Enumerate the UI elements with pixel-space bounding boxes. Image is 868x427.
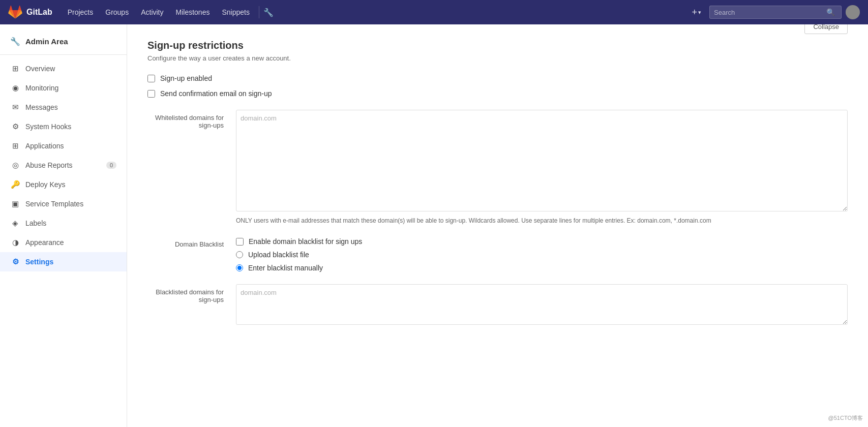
send-confirmation-text: Send confirmation email on sign-up — [160, 89, 272, 98]
sidebar-title: Admin Area — [25, 37, 68, 46]
monitoring-icon: ◉ — [10, 83, 20, 93]
search-button[interactable]: 🔍 — [824, 8, 837, 16]
nav-milestones[interactable]: Milestones — [171, 5, 215, 19]
enter-manually-radio[interactable] — [236, 264, 243, 271]
sidebar-item-label: Monitoring — [25, 84, 58, 92]
sidebar-item-label: Abuse Reports — [25, 161, 73, 169]
settings-icon: ⚙ — [10, 257, 20, 266]
signup-checkboxes: Sign-up enabled Send confirmation email … — [147, 74, 848, 98]
whitelisted-textarea[interactable] — [236, 110, 848, 211]
abuse-reports-badge: 0 — [106, 162, 116, 169]
nav-activity[interactable]: Activity — [136, 5, 168, 19]
send-confirmation-checkbox[interactable] — [147, 90, 155, 98]
blacklisted-domains-field: Blacklisted domains for sign-ups — [147, 284, 848, 325]
sidebar-item-label: Messages — [25, 103, 58, 111]
whitelisted-domains-field: Whitelisted domains for sign-ups ONLY us… — [147, 110, 848, 225]
watermark: @51CTO博客 — [828, 414, 863, 422]
domain-blacklist-section: Domain Blacklist Enable domain blacklist… — [147, 237, 848, 272]
sidebar-item-messages[interactable]: ✉ Messages — [0, 98, 127, 117]
upload-file-text: Upload blacklist file — [248, 251, 309, 259]
sidebar-item-label: Labels — [25, 219, 46, 227]
navbar: GitLab Projects Groups Activity Mileston… — [0, 0, 868, 24]
sidebar-item-overview[interactable]: ⊞ Overview — [0, 59, 127, 78]
sidebar-item-applications[interactable]: ⊞ Applications — [0, 136, 127, 156]
send-confirmation-label[interactable]: Send confirmation email on sign-up — [147, 89, 848, 98]
appearance-icon: ◑ — [10, 238, 20, 247]
whitelisted-hint: ONLY users with e-mail addresses that ma… — [236, 216, 848, 225]
search-input[interactable] — [714, 9, 824, 16]
overview-icon: ⊞ — [10, 64, 20, 73]
enable-blacklist-checkbox[interactable] — [236, 238, 244, 246]
blacklisted-label-text: Blacklisted domains for sign-ups — [147, 284, 224, 303]
nav-divider — [259, 6, 259, 18]
sidebar-item-monitoring[interactable]: ◉ Monitoring — [0, 78, 127, 98]
abuse-reports-icon: ◎ — [10, 161, 20, 170]
upload-file-label[interactable]: Upload blacklist file — [236, 251, 362, 259]
navbar-search[interactable]: 🔍 — [709, 6, 842, 19]
sidebar-item-label: Settings — [25, 258, 53, 266]
brand-name: GitLab — [26, 8, 52, 17]
applications-icon: ⊞ — [10, 141, 20, 150]
section-description: Configure the way a user creates a new a… — [147, 54, 848, 62]
labels-icon: ◈ — [10, 219, 20, 228]
sidebar-item-abuse-reports[interactable]: ◎ Abuse Reports 0 — [0, 156, 127, 175]
navbar-right: + ▾ 🔍 — [687, 5, 860, 20]
nav-projects[interactable]: Projects — [63, 5, 99, 19]
deploy-keys-icon: 🔑 — [10, 180, 20, 189]
sidebar-item-settings[interactable]: ⚙ Settings — [0, 252, 127, 271]
upload-file-radio[interactable] — [236, 251, 243, 258]
whitelisted-content: ONLY users with e-mail addresses that ma… — [236, 110, 848, 225]
blacklist-options: Enable domain blacklist for sign ups Upl… — [236, 237, 362, 272]
sidebar-wrench-icon: 🔧 — [10, 37, 20, 46]
enter-manually-text: Enter blacklist manually — [248, 264, 323, 272]
plus-button[interactable]: + ▾ — [687, 5, 705, 20]
sidebar-header: 🔧 Admin Area — [0, 33, 127, 55]
domain-blacklist-row: Domain Blacklist Enable domain blacklist… — [147, 237, 848, 272]
blacklisted-textarea[interactable] — [236, 284, 848, 325]
sidebar-item-label: System Hooks — [25, 123, 71, 131]
enable-blacklist-label[interactable]: Enable domain blacklist for sign ups — [236, 237, 362, 246]
sidebar-item-deploy-keys[interactable]: 🔑 Deploy Keys — [0, 175, 127, 194]
layout: 🔧 Admin Area ⊞ Overview ◉ Monitoring ✉ M… — [0, 24, 868, 427]
wrench-icon[interactable]: 🔧 — [263, 8, 274, 17]
navbar-nav: Projects Groups Activity Milestones Snip… — [63, 5, 255, 19]
domain-blacklist-label-text: Domain Blacklist — [147, 237, 224, 248]
sidebar-item-label: Applications — [25, 142, 64, 150]
whitelisted-label: Whitelisted domains for sign-ups — [147, 110, 224, 129]
signup-enabled-checkbox[interactable] — [147, 75, 155, 82]
enable-blacklist-text: Enable domain blacklist for sign ups — [249, 237, 362, 246]
main-content: Collapse Sign-up restrictions Configure … — [127, 24, 868, 427]
sidebar-item-label: Appearance — [25, 238, 64, 247]
sidebar-item-service-templates[interactable]: ▣ Service Templates — [0, 194, 127, 214]
sidebar-item-label: Deploy Keys — [25, 180, 66, 189]
gitlab-logo-icon — [8, 5, 22, 19]
sidebar-item-labels[interactable]: ◈ Labels — [0, 214, 127, 233]
sidebar: 🔧 Admin Area ⊞ Overview ◉ Monitoring ✉ M… — [0, 24, 127, 427]
signup-enabled-text: Sign-up enabled — [160, 74, 212, 82]
page-title: Sign-up restrictions — [147, 40, 848, 51]
navbar-brand[interactable]: GitLab — [8, 5, 52, 19]
system-hooks-icon: ⚙ — [10, 122, 20, 131]
nav-groups[interactable]: Groups — [100, 5, 134, 19]
user-avatar[interactable] — [846, 5, 860, 19]
sidebar-item-label: Overview — [25, 65, 55, 73]
enter-manually-label[interactable]: Enter blacklist manually — [236, 264, 362, 272]
signup-enabled-label[interactable]: Sign-up enabled — [147, 74, 848, 82]
sidebar-item-label: Service Templates — [25, 200, 83, 208]
sidebar-item-appearance[interactable]: ◑ Appearance — [0, 233, 127, 252]
sidebar-item-system-hooks[interactable]: ⚙ System Hooks — [0, 117, 127, 136]
service-templates-icon: ▣ — [10, 199, 20, 208]
nav-snippets[interactable]: Snippets — [217, 5, 254, 19]
messages-icon: ✉ — [10, 103, 20, 112]
